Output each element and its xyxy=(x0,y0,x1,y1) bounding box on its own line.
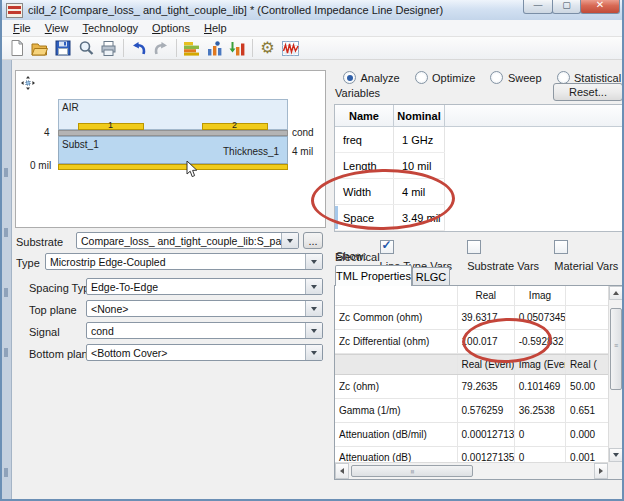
chart-export-icon[interactable] xyxy=(226,37,249,59)
toolbar: ⚙ xyxy=(2,36,622,60)
undo-icon[interactable] xyxy=(127,37,150,59)
cross-section-view[interactable]: AIR 1 2 4 cond Subst_1 Thickness_1 4 mil… xyxy=(15,70,326,228)
air-label: AIR xyxy=(62,102,79,113)
type-select[interactable]: Microstrip Edge-Coupled xyxy=(45,253,323,270)
toolbar-separator xyxy=(176,39,177,57)
reset-button[interactable]: Reset... xyxy=(553,83,623,101)
tml-subheader-row: Real (Even) Imag (Even) Real ( xyxy=(335,354,608,375)
scroll-right-icon[interactable] xyxy=(594,463,608,479)
tml-properties-panel: Real Imag Zc Common (ohm) 39.6317 0.0507… xyxy=(334,285,624,480)
pan-move-icon[interactable] xyxy=(21,76,35,94)
radio-icon xyxy=(490,71,503,84)
stackup-layers-icon[interactable] xyxy=(180,37,203,59)
table-row-attenuation-db[interactable]: Attenuation (dB) 0.00127135 0 0.001 xyxy=(335,447,608,462)
top-plane-select[interactable]: <None> xyxy=(86,300,323,317)
chevron-down-icon[interactable] xyxy=(281,233,298,248)
table-row-freq[interactable]: freq 1 GHz xyxy=(335,127,445,153)
minimize-button[interactable]: — xyxy=(523,0,553,14)
cond-height-label: 4 xyxy=(44,127,50,138)
table-row-zc[interactable]: Zc (ohm) 79.2635 0.101469 50.00 xyxy=(335,375,608,399)
checkbox-material-vars[interactable]: Material Vars xyxy=(554,238,622,274)
type-label: Type xyxy=(16,257,40,269)
app-window: cild_2 [Compare_loss_ and_tight_couple_l… xyxy=(0,0,624,501)
substrate-browse-button[interactable]: ... xyxy=(303,232,323,249)
close-button[interactable]: ✕ xyxy=(580,0,620,14)
chevron-down-icon[interactable] xyxy=(305,279,322,294)
tab-tml-properties[interactable]: TML Properties xyxy=(335,265,412,286)
bar-chart-analyze-icon[interactable] xyxy=(203,37,226,59)
variables-table-header[interactable]: Name Nominal xyxy=(335,105,622,127)
menu-view[interactable]: View xyxy=(38,21,76,35)
chevron-down-icon[interactable] xyxy=(305,254,322,269)
row-selection-indicator xyxy=(335,206,338,229)
thickness-value-label: 4 mil xyxy=(292,146,313,157)
settings-gear-icon[interactable]: ⚙ xyxy=(256,37,279,59)
scrollbar-corner xyxy=(608,462,623,479)
save-icon[interactable] xyxy=(51,37,74,59)
scroll-up-icon[interactable] xyxy=(609,286,623,300)
radio-icon xyxy=(415,71,428,84)
left-splitter-strip[interactable] xyxy=(2,60,12,501)
top-plane-label: Top plane xyxy=(29,304,77,316)
checkbox-icon xyxy=(554,240,568,254)
signal-select[interactable]: cond xyxy=(86,322,323,339)
chevron-down-icon[interactable] xyxy=(305,323,322,338)
mouse-cursor-icon xyxy=(186,161,199,183)
scroll-down-icon[interactable] xyxy=(609,448,623,462)
table-row-zc-common[interactable]: Zc Common (ohm) 39.6317 0.0507345 xyxy=(335,306,608,330)
radio-analyze[interactable]: Analyze xyxy=(343,68,400,86)
radio-optimize[interactable]: Optimize xyxy=(415,68,476,86)
waveform-icon[interactable] xyxy=(279,37,302,59)
checkbox-icon xyxy=(467,240,481,254)
tml-header-row[interactable]: Real Imag xyxy=(335,286,608,306)
trace-1-label: 1 xyxy=(108,120,113,130)
variables-table: Name Nominal freq 1 GHz Length 10 mil Wi… xyxy=(334,104,623,232)
baseline-label: 0 mil xyxy=(30,160,51,171)
table-row-zc-differential[interactable]: Zc Differential (ohm) 100.017 -0.592832 xyxy=(335,330,608,354)
toolbar-separator xyxy=(123,39,124,57)
trace-2-label: 2 xyxy=(232,120,237,130)
bottom-plane-select[interactable]: <Bottom Cover> xyxy=(86,344,323,361)
chevron-down-icon[interactable] xyxy=(305,301,322,316)
thickness-label: Thickness_1 xyxy=(223,146,279,157)
vertical-scrollbar[interactable]: ≡ xyxy=(608,286,623,462)
table-row-length[interactable]: Length 10 mil xyxy=(335,153,445,179)
bottom-plane-layer[interactable] xyxy=(58,164,288,170)
redo-icon[interactable] xyxy=(150,37,173,59)
signal-label: Signal xyxy=(29,326,60,338)
new-document-icon[interactable] xyxy=(5,37,28,59)
variables-label: Variables xyxy=(335,87,380,99)
vertical-scroll-thumb[interactable]: ≡ xyxy=(610,308,622,390)
table-row-gamma[interactable]: Gamma (1/m) 0.576259 36.2538 0.651 xyxy=(335,399,608,423)
chevron-down-icon[interactable] xyxy=(305,345,322,360)
substrate-label: Substrate xyxy=(16,236,63,248)
radio-sweep[interactable]: Sweep xyxy=(490,68,541,86)
menu-technology[interactable]: Technology xyxy=(75,21,145,35)
search-icon[interactable] xyxy=(74,37,97,59)
open-folder-icon[interactable] xyxy=(28,37,51,59)
substrate-name-label: Subst_1 xyxy=(62,139,99,150)
electrical-label: Electrical xyxy=(335,251,380,263)
spacing-type-select[interactable]: Edge-To-Edge xyxy=(86,278,323,295)
horizontal-scroll-thumb[interactable]: ≡ xyxy=(351,465,473,477)
checkbox-icon xyxy=(380,240,394,254)
menu-file[interactable]: File xyxy=(6,21,38,35)
scroll-left-icon[interactable] xyxy=(335,463,349,479)
horizontal-scrollbar[interactable]: ≡ xyxy=(335,462,608,479)
table-row-width[interactable]: Width 4 mil xyxy=(335,179,445,205)
tab-rlgc[interactable]: RLGC xyxy=(412,267,450,286)
print-icon[interactable] xyxy=(97,37,120,59)
title-bar[interactable]: cild_2 [Compare_loss_ and_tight_couple_l… xyxy=(2,0,622,21)
checkbox-substrate-vars[interactable]: Substrate Vars xyxy=(467,238,541,274)
radio-icon xyxy=(343,71,356,84)
window-title: cild_2 [Compare_loss_ and_tight_couple_l… xyxy=(28,4,443,16)
table-row-space[interactable]: Space 3.49 mil xyxy=(335,205,445,231)
table-row-attenuation-per-mil[interactable]: Attenuation (dB/mil) 0.000127135 0 0.000 xyxy=(335,423,608,447)
menu-help[interactable]: Help xyxy=(197,21,234,35)
menu-options[interactable]: Options xyxy=(145,21,197,35)
tml-table[interactable]: Real Imag Zc Common (ohm) 39.6317 0.0507… xyxy=(335,286,608,462)
menu-bar: File View Technology Options Help xyxy=(2,20,622,36)
app-icon xyxy=(6,3,23,18)
substrate-select[interactable]: Compare_loss_ and_tight_couple_lib:S_par… xyxy=(76,232,299,249)
maximize-button[interactable]: ▢ xyxy=(552,0,581,14)
